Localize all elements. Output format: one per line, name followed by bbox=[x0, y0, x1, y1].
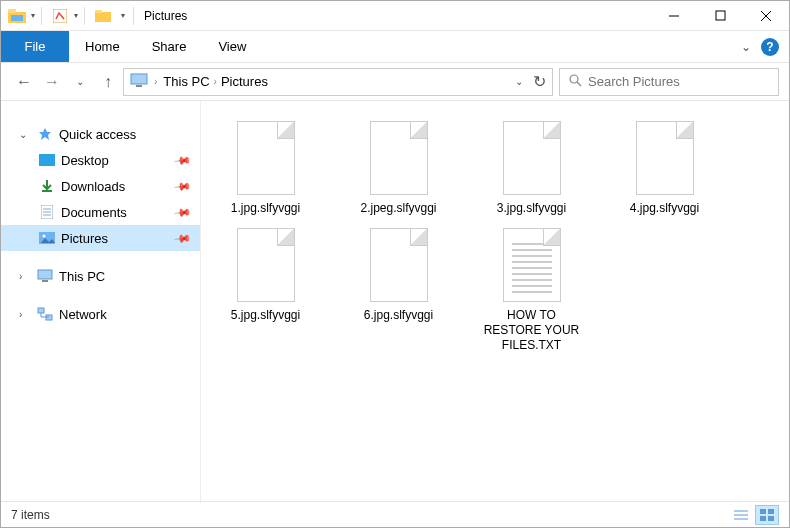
file-item[interactable]: 3.jpg.slfyvggi bbox=[479, 115, 584, 216]
sidebar-item-desktop[interactable]: Desktop 📌 bbox=[1, 147, 200, 173]
svg-point-22 bbox=[43, 235, 46, 238]
maximize-button[interactable] bbox=[697, 1, 743, 31]
item-count: 7 items bbox=[11, 508, 50, 522]
sidebar-item-label: Quick access bbox=[59, 127, 136, 142]
star-icon bbox=[37, 126, 53, 142]
details-view-button[interactable] bbox=[729, 505, 753, 525]
minimize-button[interactable] bbox=[651, 1, 697, 31]
file-item[interactable]: HOW TO RESTORE YOUR FILES.TXT bbox=[479, 222, 584, 353]
qat-dropdown-icon[interactable]: ▾ bbox=[74, 11, 78, 20]
blank-file-icon bbox=[359, 222, 439, 308]
thumbnails-view-button[interactable] bbox=[755, 505, 779, 525]
blank-file-icon bbox=[492, 115, 572, 201]
documents-icon bbox=[39, 204, 55, 220]
search-input[interactable] bbox=[588, 74, 770, 89]
address-dropdown-icon[interactable]: ⌄ bbox=[515, 76, 523, 87]
svg-rect-2 bbox=[11, 15, 23, 21]
svg-rect-5 bbox=[95, 10, 102, 13]
svg-marker-14 bbox=[39, 128, 51, 140]
quick-access-toolbar: ▾ ▾ ▾ bbox=[1, 4, 129, 28]
recent-locations-icon[interactable]: ⌄ bbox=[67, 69, 93, 95]
file-item[interactable]: 4.jpg.slfyvggi bbox=[612, 115, 717, 216]
svg-rect-32 bbox=[760, 509, 766, 514]
blank-file-icon bbox=[226, 115, 306, 201]
sidebar-item-documents[interactable]: Documents 📌 bbox=[1, 199, 200, 225]
file-name-label: 6.jpg.slfyvggi bbox=[364, 308, 433, 323]
sidebar-item-label: This PC bbox=[59, 269, 105, 284]
close-button[interactable] bbox=[743, 1, 789, 31]
chevron-right-icon[interactable]: › bbox=[19, 309, 31, 320]
breadcrumb-this-pc[interactable]: This PC bbox=[163, 74, 209, 89]
search-icon bbox=[568, 73, 582, 91]
svg-rect-35 bbox=[768, 516, 774, 521]
svg-rect-11 bbox=[136, 85, 142, 87]
sidebar-item-label: Pictures bbox=[61, 231, 108, 246]
file-name-label: 4.jpg.slfyvggi bbox=[630, 201, 699, 216]
computer-icon bbox=[37, 268, 53, 284]
breadcrumb-current[interactable]: Pictures bbox=[221, 74, 268, 89]
svg-point-12 bbox=[570, 75, 578, 83]
sidebar-item-label: Desktop bbox=[61, 153, 109, 168]
file-item[interactable]: 5.jpg.slfyvggi bbox=[213, 222, 318, 353]
chevron-right-icon[interactable]: › bbox=[19, 271, 31, 282]
pictures-icon bbox=[39, 230, 55, 246]
text-file-icon bbox=[492, 222, 572, 308]
refresh-icon[interactable]: ↻ bbox=[533, 72, 546, 91]
share-tab[interactable]: Share bbox=[136, 31, 203, 62]
pin-icon: 📌 bbox=[173, 177, 192, 196]
pin-icon: 📌 bbox=[173, 229, 192, 248]
file-item[interactable]: 1.jpg.slfyvggi bbox=[213, 115, 318, 216]
address-bar[interactable]: › This PC › Pictures ⌄ ↻ bbox=[123, 68, 553, 96]
navigation-pane: ⌄ Quick access Desktop 📌 Downloads 📌 Doc… bbox=[1, 101, 201, 503]
location-pc-icon bbox=[130, 73, 148, 91]
network-icon bbox=[37, 306, 53, 322]
search-box[interactable] bbox=[559, 68, 779, 96]
downloads-icon bbox=[39, 178, 55, 194]
file-name-label: 5.jpg.slfyvggi bbox=[231, 308, 300, 323]
file-item[interactable]: 2.jpeg.slfyvggi bbox=[346, 115, 451, 216]
qat-dropdown-icon[interactable]: ▾ bbox=[31, 11, 35, 20]
blank-file-icon bbox=[625, 115, 705, 201]
desktop-icon bbox=[39, 152, 55, 168]
blank-file-icon bbox=[226, 222, 306, 308]
svg-rect-23 bbox=[38, 270, 52, 279]
home-tab[interactable]: Home bbox=[69, 31, 136, 62]
file-item[interactable]: 6.jpg.slfyvggi bbox=[346, 222, 451, 353]
address-bar-row: ← → ⌄ ↑ › This PC › Pictures ⌄ ↻ bbox=[1, 63, 789, 101]
pin-icon: 📌 bbox=[173, 203, 192, 222]
file-view[interactable]: 1.jpg.slfyvggi2.jpeg.slfyvggi3.jpg.slfyv… bbox=[201, 101, 789, 503]
sidebar-item-this-pc[interactable]: › This PC bbox=[1, 263, 200, 289]
view-tab[interactable]: View bbox=[202, 31, 262, 62]
new-folder-icon[interactable] bbox=[91, 4, 115, 28]
sidebar-item-quick-access[interactable]: ⌄ Quick access bbox=[1, 121, 200, 147]
svg-rect-24 bbox=[42, 280, 48, 282]
up-button[interactable]: ↑ bbox=[95, 69, 121, 95]
back-button[interactable]: ← bbox=[11, 69, 37, 95]
blank-file-icon bbox=[359, 115, 439, 201]
folder-icon[interactable] bbox=[5, 4, 29, 28]
chevron-right-icon[interactable]: › bbox=[154, 76, 157, 87]
svg-rect-15 bbox=[39, 154, 55, 166]
svg-rect-3 bbox=[53, 9, 67, 23]
svg-rect-7 bbox=[716, 11, 725, 20]
collapse-ribbon-icon[interactable]: ⌄ bbox=[741, 40, 751, 54]
ribbon-tabs: File Home Share View ⌄ ? bbox=[1, 31, 789, 63]
chevron-down-icon[interactable]: ⌄ bbox=[19, 129, 31, 140]
sidebar-item-label: Downloads bbox=[61, 179, 125, 194]
title-bar: ▾ ▾ ▾ Pictures bbox=[1, 1, 789, 31]
help-icon[interactable]: ? bbox=[761, 38, 779, 56]
properties-icon[interactable] bbox=[48, 4, 72, 28]
qat-customize-icon[interactable]: ▾ bbox=[121, 11, 125, 20]
svg-rect-10 bbox=[131, 74, 147, 84]
file-name-label: 1.jpg.slfyvggi bbox=[231, 201, 300, 216]
svg-rect-1 bbox=[8, 9, 16, 13]
sidebar-item-pictures[interactable]: Pictures 📌 bbox=[1, 225, 200, 251]
file-name-label: HOW TO RESTORE YOUR FILES.TXT bbox=[479, 308, 584, 353]
chevron-right-icon[interactable]: › bbox=[214, 76, 217, 87]
status-bar: 7 items bbox=[1, 501, 789, 527]
forward-button[interactable]: → bbox=[39, 69, 65, 95]
file-tab[interactable]: File bbox=[1, 31, 69, 62]
sidebar-item-network[interactable]: › Network bbox=[1, 301, 200, 327]
svg-rect-33 bbox=[768, 509, 774, 514]
sidebar-item-downloads[interactable]: Downloads 📌 bbox=[1, 173, 200, 199]
